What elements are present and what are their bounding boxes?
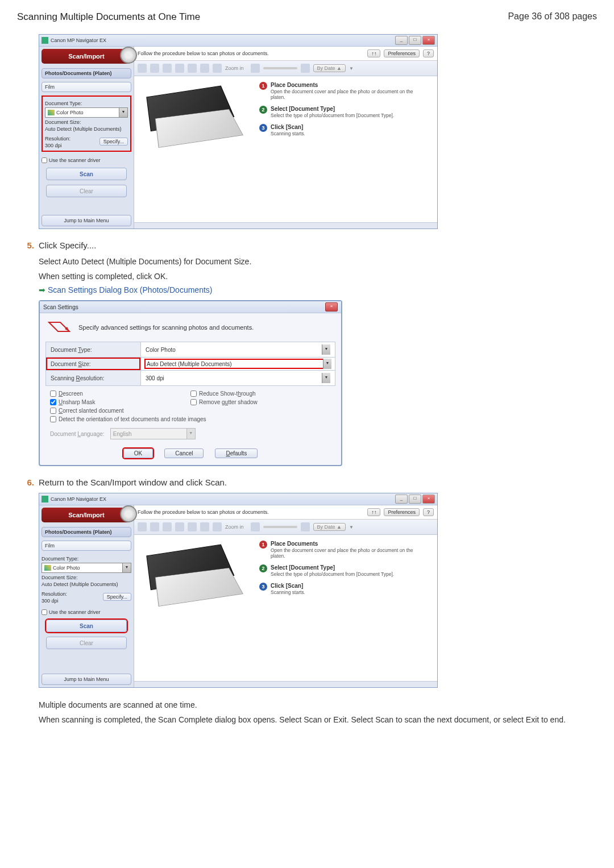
minimize-button[interactable]: _ xyxy=(395,36,408,45)
jump-main-menu-button[interactable]: Jump to Main Menu xyxy=(42,215,131,226)
inst3-sub: Scanning starts. xyxy=(271,131,305,136)
doc-size-dropdown[interactable]: Auto Detect (Multiple Documents)▼ xyxy=(144,359,331,369)
scan-import-tab[interactable]: Scan/Import xyxy=(42,508,131,522)
tool-icon-1[interactable] xyxy=(138,64,147,73)
globe-icon[interactable] xyxy=(120,505,137,522)
tool-icon-2[interactable] xyxy=(150,64,159,73)
use-driver-checkbox[interactable]: Use the scanner driver xyxy=(42,609,131,615)
opt-unsharp[interactable]: Unsharp Mask xyxy=(50,399,190,405)
use-driver-input[interactable] xyxy=(42,609,47,615)
tool-icon-3[interactable] xyxy=(163,64,172,73)
tool-icon-7[interactable] xyxy=(213,64,222,73)
close-button[interactable]: × xyxy=(422,495,435,504)
specify-button[interactable]: Specify... xyxy=(99,138,128,146)
dialog-header: Specify advanced settings for scanning p… xyxy=(40,313,341,342)
clear-button[interactable]: Clear xyxy=(46,185,127,197)
size-icon[interactable] xyxy=(251,522,260,531)
zoom-slider[interactable] xyxy=(263,526,297,528)
tool-icon-4[interactable] xyxy=(175,64,184,73)
left-panel: Scan/Import Photos/Documents (Platen) Fi… xyxy=(39,47,134,229)
doc-type-label: Document Type: xyxy=(42,556,131,562)
step-6: 6. Return to the Scan/Import window and … xyxy=(17,477,597,487)
orient-checkbox[interactable] xyxy=(50,416,56,422)
tool-icon-3[interactable] xyxy=(163,522,172,531)
preferences-button[interactable]: Preferences xyxy=(384,508,420,516)
scan-import-tab[interactable]: Scan/Import xyxy=(42,49,131,64)
sort-button[interactable]: ↑↑ xyxy=(367,49,380,57)
film-tab[interactable]: Film xyxy=(42,82,131,92)
jump-main-menu-button[interactable]: Jump to Main Menu xyxy=(42,674,131,685)
chevron-down-icon[interactable]: ▼ xyxy=(349,66,354,71)
scan-button[interactable]: Scan xyxy=(46,620,127,632)
language-dropdown: English ▼ xyxy=(110,428,196,439)
gutter-checkbox[interactable] xyxy=(190,399,197,405)
doc-type-dropdown[interactable]: Color Photo ▼ xyxy=(42,563,131,573)
doc-size-value: Auto Detect (Multiple Documents) xyxy=(147,361,232,367)
opt-reduce[interactable]: Reduce Show-through xyxy=(190,391,331,397)
instructions: 1 Place Documents Open the document cove… xyxy=(259,541,426,675)
ok-button[interactable]: OK xyxy=(123,448,153,458)
specify-button[interactable]: Specify... xyxy=(103,593,131,601)
clear-button[interactable]: Clear xyxy=(46,637,127,649)
doc-size-value: Auto Detect (Multiple Documents) xyxy=(45,126,128,132)
help-button[interactable]: ? xyxy=(423,49,434,57)
zoom-slider[interactable] xyxy=(263,67,297,69)
inst1-sub: Open the document cover and place the ph… xyxy=(271,547,426,559)
size-icon[interactable] xyxy=(251,64,260,73)
step-1-icon: 1 xyxy=(259,541,267,549)
use-driver-label: Use the scanner driver xyxy=(49,609,101,615)
opt-orient[interactable]: Detect the orientation of text documents… xyxy=(50,416,331,422)
doc-size-label: Document Size: xyxy=(42,575,131,580)
opt-slanted[interactable]: Correct slanted document xyxy=(50,408,331,414)
tool-icon-1[interactable] xyxy=(138,522,147,531)
reduce-checkbox[interactable] xyxy=(190,391,197,397)
minimize-button[interactable]: _ xyxy=(395,495,408,504)
chevron-down-icon[interactable]: ▼ xyxy=(349,525,354,530)
inst1-title: Place Documents xyxy=(271,541,426,547)
bydate-button[interactable]: By Date ▲ xyxy=(313,64,346,72)
sort-button[interactable]: ↑↑ xyxy=(367,508,380,516)
view-icon[interactable] xyxy=(301,64,310,73)
maximize-button[interactable]: □ xyxy=(409,495,421,504)
highlight-options: Document Type: Color Photo ▼ Document Si… xyxy=(42,95,131,152)
resolution-label: Resolution: xyxy=(42,591,103,597)
scan-settings-link[interactable]: ➡Scan Settings Dialog Box (Photos/Docume… xyxy=(39,285,597,294)
language-value: English xyxy=(113,431,132,437)
resolution-dropdown[interactable]: 300 dpi▼ xyxy=(146,373,330,383)
preferences-button[interactable]: Preferences xyxy=(384,49,420,57)
dialog-close-button[interactable]: × xyxy=(325,302,338,312)
close-button[interactable]: × xyxy=(422,36,435,45)
mp-navigator-window: Canon MP Navigator EX _ □ × Scan/Import … xyxy=(39,34,438,229)
tool-icon-2[interactable] xyxy=(150,522,159,531)
help-button[interactable]: ? xyxy=(423,508,434,516)
scan-button[interactable]: Scan xyxy=(46,168,127,180)
photos-docs-tab[interactable]: Photos/Documents (Platen) xyxy=(42,527,131,537)
use-driver-checkbox[interactable]: Use the scanner driver xyxy=(42,157,131,163)
globe-icon[interactable] xyxy=(120,47,137,64)
title-bar: Canon MP Navigator EX _ □ × xyxy=(39,493,437,505)
view-icon[interactable] xyxy=(301,522,310,531)
maximize-button[interactable]: □ xyxy=(409,36,421,45)
defaults-button[interactable]: Defaults xyxy=(215,448,258,458)
doc-type-dropdown[interactable]: Color Photo ▼ xyxy=(45,107,128,118)
opt-descreen[interactable]: Descreen xyxy=(50,391,190,397)
tool-icon-4[interactable] xyxy=(175,522,184,531)
tool-icon-5[interactable] xyxy=(188,64,197,73)
unsharp-checkbox[interactable] xyxy=(50,399,56,405)
film-tab[interactable]: Film xyxy=(42,541,131,551)
tool-icon-6[interactable] xyxy=(200,64,209,73)
photos-docs-tab[interactable]: Photos/Documents (Platen) xyxy=(42,68,131,78)
tool-icon-6[interactable] xyxy=(200,522,209,531)
step-5-sub1: Select Auto Detect (Multiple Documents) … xyxy=(39,256,597,268)
tool-icon-5[interactable] xyxy=(188,522,197,531)
opt-gutter[interactable]: Remove gutter shadow xyxy=(190,399,331,405)
inst1-title: Place Documents xyxy=(271,82,426,88)
dialog-title: Scan Settings xyxy=(43,304,78,310)
slanted-checkbox[interactable] xyxy=(50,408,56,414)
use-driver-input[interactable] xyxy=(42,157,47,163)
tool-icon-7[interactable] xyxy=(213,522,222,531)
bydate-button[interactable]: By Date ▲ xyxy=(313,523,346,531)
descreen-checkbox[interactable] xyxy=(50,391,56,397)
doc-type-dropdown[interactable]: Color Photo▼ xyxy=(146,344,330,355)
cancel-button[interactable]: Cancel xyxy=(164,448,204,458)
